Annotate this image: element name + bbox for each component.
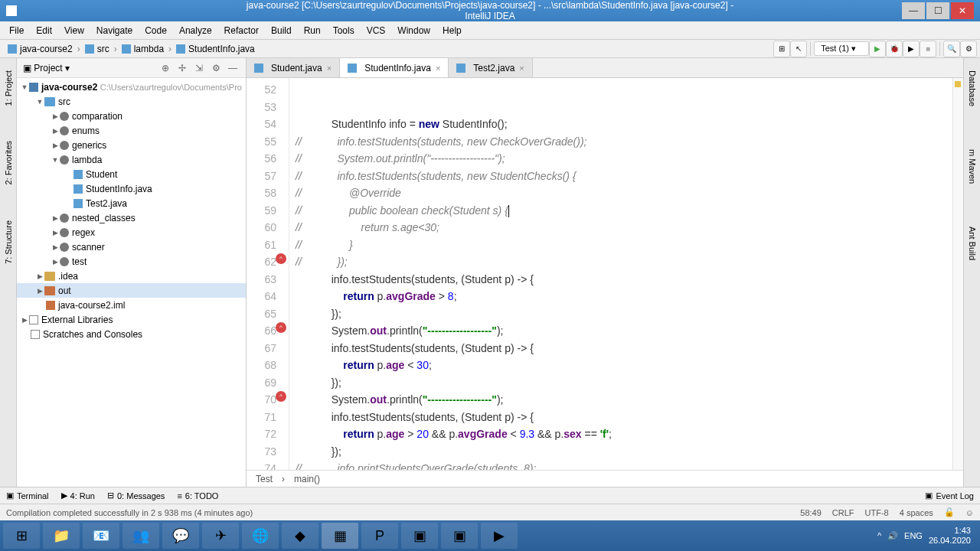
line-separator[interactable]: CRLF (832, 508, 854, 517)
error-stripe[interactable] (952, 78, 963, 470)
eventlog-tab[interactable]: ▣ Event Log (925, 491, 974, 500)
camtasia-rec-icon[interactable]: ▣ (441, 523, 478, 549)
run-tab[interactable]: ▶ 4: Run (61, 491, 95, 500)
maximize-button[interactable]: ☐ (926, 2, 949, 19)
pin-button[interactable]: ⊞ (773, 41, 790, 57)
menu-build[interactable]: Build (265, 24, 298, 37)
tree-ext-libs[interactable]: ▶External Libraries (17, 312, 246, 327)
tree-pkg[interactable]: ▶generics (17, 138, 246, 152)
tree-pkg[interactable]: ▶regex (17, 225, 246, 240)
tree-pkg-lambda[interactable]: ▼lambda (17, 152, 246, 167)
clock[interactable]: 1:43 26.04.2020 (929, 526, 971, 546)
locate-icon[interactable]: ⊕ (158, 61, 172, 75)
hide-icon[interactable]: — (226, 61, 240, 75)
code-area[interactable]: 5253545556575859606162636465666768697071… (247, 78, 963, 470)
stop-button[interactable]: ■ (920, 41, 936, 57)
whatsapp-icon[interactable]: 💬 (162, 523, 199, 549)
readonly-icon[interactable]: 🔓 (944, 507, 955, 517)
tree-iml[interactable]: java-course2.iml (17, 298, 246, 312)
close-icon[interactable]: × (327, 64, 332, 73)
debug-button[interactable]: 🐞 (886, 41, 903, 57)
tab-student[interactable]: Student.java× (247, 58, 340, 77)
project-tree[interactable]: ▼java-course2 C:\Users\zaurtregulov\Docu… (17, 78, 246, 487)
tree-pkg[interactable]: ▶enums (17, 123, 246, 138)
expand-icon[interactable]: ✢ (175, 61, 189, 75)
todo-tab[interactable]: ≡ 6: TODO (177, 491, 218, 500)
chrome-icon[interactable]: 🌐 (242, 523, 279, 549)
file-encoding[interactable]: UTF-8 (865, 508, 889, 517)
telegram-icon[interactable]: ✈ (202, 523, 239, 549)
cursor-position[interactable]: 58:49 (800, 508, 822, 517)
tree-src[interactable]: ▼src (17, 94, 246, 109)
tree-scratches[interactable]: Scratches and Consoles (17, 327, 246, 341)
collapse-icon[interactable]: ⇲ (192, 61, 206, 75)
nav-src[interactable]: src (80, 42, 114, 56)
menu-file[interactable]: File (3, 24, 30, 37)
terminal-tab[interactable]: ▣ Terminal (6, 491, 49, 500)
nav-package[interactable]: lambda (117, 42, 168, 56)
menu-navigate[interactable]: Navigate (90, 24, 139, 37)
tree-pkg[interactable]: ▶nested_classes (17, 210, 246, 225)
menu-run[interactable]: Run (298, 24, 327, 37)
powerpoint-icon[interactable]: P (361, 523, 398, 549)
breadcrumb-method[interactable]: main() (294, 474, 320, 484)
teams-icon[interactable]: 👥 (122, 523, 159, 549)
project-dropdown[interactable]: ▣ Project ▾ (23, 63, 70, 73)
inspection-icon[interactable]: ☺ (965, 508, 974, 517)
media-icon[interactable]: ▶ (481, 523, 518, 549)
gutter-hint-icon[interactable]: ^ (276, 391, 286, 402)
run-configuration[interactable]: Test (1) ▾ (814, 41, 869, 56)
indent-setting[interactable]: 4 spaces (900, 508, 933, 517)
camtasia-icon[interactable]: ▣ (401, 523, 438, 549)
menu-help[interactable]: Help (436, 24, 468, 37)
menu-refactor[interactable]: Refactor (218, 24, 265, 37)
tree-pkg[interactable]: ▶comparation (17, 109, 246, 123)
messages-tab[interactable]: ⊟ 0: Messages (107, 491, 165, 500)
coverage-button[interactable]: ▶ (903, 41, 920, 57)
ant-tool-tab[interactable]: Ant Build (966, 220, 978, 266)
volume-icon[interactable]: 🔊 (887, 531, 898, 541)
close-icon[interactable]: × (519, 64, 524, 73)
run-button[interactable]: ▶ (869, 41, 886, 57)
tray-chevron-icon[interactable]: ^ (877, 531, 881, 540)
back-button[interactable]: ↖ (790, 41, 807, 57)
close-icon[interactable]: × (436, 64, 440, 73)
gear-icon[interactable]: ⚙ (209, 61, 223, 75)
minimize-button[interactable]: — (902, 2, 925, 19)
explorer-icon[interactable]: 📁 (43, 523, 80, 549)
gutter-hint-icon[interactable]: ^ (276, 322, 286, 333)
tab-studentinfo[interactable]: StudentInfo.java× (340, 58, 449, 77)
intellij-icon[interactable]: ▦ (322, 523, 358, 549)
menu-vcs[interactable]: VCS (361, 24, 392, 37)
language-indicator[interactable]: ENG (904, 531, 923, 540)
menu-analyze[interactable]: Analyze (173, 24, 218, 37)
tree-root[interactable]: ▼java-course2 C:\Users\zaurtregulov\Docu… (17, 80, 246, 94)
app-icon[interactable]: ◆ (282, 523, 318, 549)
nav-file[interactable]: StudentInfo.java (172, 42, 260, 56)
tab-test2[interactable]: Test2.java× (449, 58, 532, 77)
gutter-hint-icon[interactable]: ^ (276, 253, 286, 264)
menu-tools[interactable]: Tools (327, 24, 361, 37)
start-button[interactable]: ⊞ (3, 523, 40, 549)
settings-button[interactable]: ⚙ (960, 41, 977, 57)
tree-file[interactable]: Student (17, 167, 246, 181)
menu-view[interactable]: View (58, 24, 90, 37)
structure-tool-tab[interactable]: 7: Structure (2, 214, 15, 270)
system-tray[interactable]: ^ 🔊 ENG 1:43 26.04.2020 (877, 526, 977, 546)
tree-out[interactable]: ▶out (17, 283, 246, 298)
tree-file[interactable]: Test2.java (17, 196, 246, 210)
tree-idea[interactable]: ▶.idea (17, 269, 246, 283)
menu-code[interactable]: Code (139, 24, 173, 37)
menu-edit[interactable]: Edit (30, 24, 58, 37)
search-button[interactable]: 🔍 (943, 41, 960, 57)
maven-tool-tab[interactable]: m Maven (966, 143, 978, 190)
outlook-icon[interactable]: 📧 (83, 523, 119, 549)
database-tool-tab[interactable]: Database (966, 64, 978, 112)
project-tool-tab[interactable]: 1: Project (2, 64, 15, 112)
close-button[interactable]: ✕ (951, 2, 974, 19)
nav-project[interactable]: java-course2 (3, 42, 77, 56)
tree-pkg[interactable]: ▶scanner (17, 240, 246, 254)
favorites-tool-tab[interactable]: 2: Favorites (2, 135, 15, 191)
tree-pkg[interactable]: ▶test (17, 254, 246, 269)
menu-window[interactable]: Window (391, 24, 436, 37)
